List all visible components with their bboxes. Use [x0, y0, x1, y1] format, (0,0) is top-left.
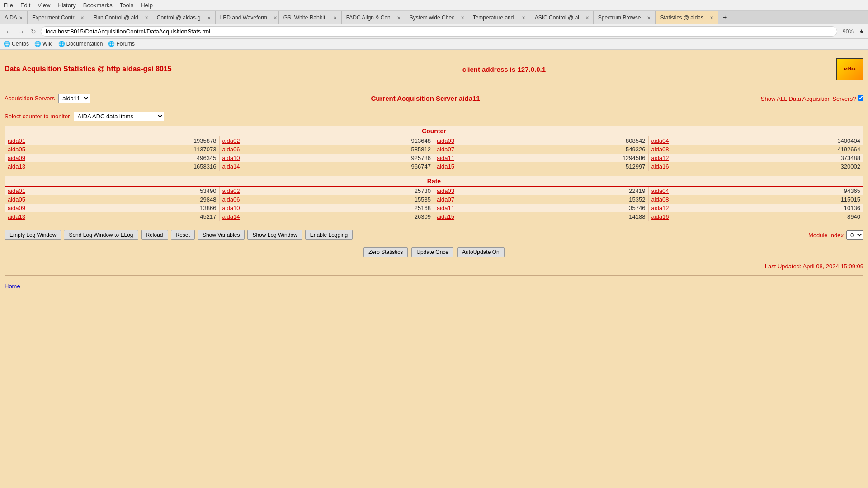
menu-edit[interactable]: Edit [20, 2, 30, 9]
buttons-left: Empty Log Window Send Log Window to ELog… [5, 230, 353, 240]
tab-system-wide[interactable]: System wide Chec... ✕ [405, 11, 468, 24]
data-label[interactable]: aida11 [437, 205, 454, 211]
data-value: 913648 [411, 137, 431, 144]
data-label[interactable]: aida01 [8, 137, 25, 144]
menu-tools[interactable]: Tools [120, 2, 133, 9]
update-once-button[interactable]: Update Once [411, 247, 453, 257]
bookmark-documentation[interactable]: 🌐 Documentation [58, 41, 103, 47]
data-label[interactable]: aida04 [651, 188, 669, 194]
server-select[interactable]: aida11 [58, 94, 90, 103]
tab-experiment-control[interactable]: Experiment Contr... ✕ [28, 11, 89, 24]
close-icon[interactable]: ✕ [647, 15, 651, 20]
menu-bar: File Edit View History Bookmarks Tools H… [0, 0, 868, 11]
data-label[interactable]: aida09 [8, 205, 25, 211]
bookmark-wiki[interactable]: 🌐 Wiki [34, 41, 53, 47]
data-label[interactable]: aida08 [651, 196, 669, 203]
data-label[interactable]: aida07 [437, 196, 454, 203]
close-icon[interactable]: ✕ [274, 15, 277, 20]
close-icon[interactable]: ✕ [80, 15, 84, 20]
menu-bookmarks[interactable]: Bookmarks [83, 2, 113, 9]
data-label[interactable]: aida06 [222, 196, 240, 203]
tab-spectrum-browser[interactable]: Spectrum Browse... ✕ [594, 11, 656, 24]
bookmark-centos[interactable]: 🌐 Centos [4, 41, 29, 47]
tab-fadc[interactable]: FADC Align & Con... ✕ [342, 11, 405, 24]
data-value: 13866 [200, 205, 216, 211]
close-icon[interactable]: ✕ [461, 15, 464, 20]
forward-button[interactable]: → [16, 27, 26, 36]
reload-button[interactable]: ↻ [29, 27, 38, 36]
bookmark-star-icon[interactable]: ★ [859, 28, 864, 35]
close-icon[interactable]: ✕ [19, 15, 23, 20]
tab-run-control[interactable]: Run Control @ aid... ✕ [89, 11, 152, 24]
menu-view[interactable]: View [38, 2, 50, 9]
menu-help[interactable]: Help [141, 2, 153, 9]
tab-statistics[interactable]: Statistics @ aidas... ✕ [656, 11, 718, 24]
tab-control[interactable]: Control @ aidas-g... ✕ [152, 11, 216, 24]
data-value: 15352 [629, 196, 645, 203]
data-label[interactable]: aida03 [437, 188, 454, 194]
show-variables-button[interactable]: Show Variables [198, 230, 245, 240]
data-label[interactable]: aida11 [437, 155, 454, 161]
data-label[interactable]: aida10 [222, 205, 240, 211]
data-label[interactable]: aida13 [8, 163, 25, 170]
counter-type-select[interactable]: AIDA ADC data items [74, 112, 164, 121]
data-label[interactable]: aida02 [222, 137, 240, 144]
tab-gsi-white-rabbit[interactable]: GSI White Rabbit ... ✕ [279, 11, 342, 24]
data-label[interactable]: aida12 [651, 155, 669, 161]
send-log-button[interactable]: Send Log Window to ELog [64, 230, 138, 240]
data-label[interactable]: aida05 [8, 146, 25, 153]
close-icon[interactable]: ✕ [207, 15, 211, 20]
current-server-label: Current Acquisition Server aida11 [371, 94, 480, 102]
close-icon[interactable]: ✕ [333, 15, 337, 20]
show-log-window-button[interactable]: Show Log Window [247, 230, 302, 240]
bookmark-forums[interactable]: 🌐 Forums [108, 41, 135, 47]
data-value: 808542 [626, 137, 645, 144]
empty-log-button[interactable]: Empty Log Window [5, 230, 61, 240]
auto-update-button[interactable]: AutoUpdate On [457, 247, 505, 257]
data-label[interactable]: aida05 [8, 196, 25, 203]
tab-temperature[interactable]: Temperature and ... ✕ [468, 11, 530, 24]
grid-cell: aida10925786 [220, 154, 434, 162]
close-icon[interactable]: ✕ [710, 15, 713, 20]
data-label[interactable]: aida09 [8, 155, 25, 161]
data-label[interactable]: aida03 [437, 137, 454, 144]
show-all-label: Show ALL Data Acquisition Servers? [761, 95, 863, 102]
data-label[interactable]: aida04 [651, 137, 669, 144]
module-index-select[interactable]: 0 [846, 230, 863, 240]
data-label[interactable]: aida06 [222, 146, 240, 153]
reset-button[interactable]: Reset [171, 230, 195, 240]
data-label[interactable]: aida02 [222, 188, 240, 194]
reload-page-button[interactable]: Reload [141, 230, 168, 240]
close-icon[interactable]: ✕ [145, 15, 148, 20]
data-label[interactable]: aida08 [651, 146, 669, 153]
grid-cell: aida051137073 [5, 145, 220, 154]
data-label[interactable]: aida14 [222, 213, 240, 220]
close-icon[interactable]: ✕ [522, 15, 525, 20]
new-tab-button[interactable]: + [718, 11, 731, 24]
menu-file[interactable]: File [4, 2, 13, 9]
tab-led-waveform[interactable]: LED and Waveform... ✕ [216, 11, 279, 24]
data-label[interactable]: aida16 [651, 163, 669, 170]
url-input[interactable] [41, 26, 837, 37]
back-button[interactable]: ← [4, 27, 14, 36]
data-label[interactable]: aida15 [437, 163, 454, 170]
data-label[interactable]: aida13 [8, 213, 25, 220]
home-link[interactable]: Home [5, 283, 20, 290]
data-label[interactable]: aida15 [437, 213, 454, 220]
tab-aida[interactable]: AIDA ✕ [0, 11, 28, 24]
data-label[interactable]: aida07 [437, 146, 454, 153]
menu-history[interactable]: History [57, 2, 75, 9]
counter-select-label: Select counter to monitor [5, 113, 70, 120]
data-label[interactable]: aida12 [651, 205, 669, 211]
data-label[interactable]: aida01 [8, 188, 25, 194]
enable-logging-button[interactable]: Enable Logging [305, 230, 353, 240]
show-all-checkbox[interactable] [858, 95, 863, 101]
data-label[interactable]: aida16 [651, 213, 669, 220]
close-icon[interactable]: ✕ [585, 15, 589, 20]
grid-cell: aida0529848 [5, 195, 220, 204]
zero-statistics-button[interactable]: Zero Statistics [363, 247, 408, 257]
tab-asic-control[interactable]: ASIC Control @ ai... ✕ [530, 11, 594, 24]
close-icon[interactable]: ✕ [397, 15, 401, 20]
data-label[interactable]: aida10 [222, 155, 240, 161]
data-label[interactable]: aida14 [222, 163, 240, 170]
